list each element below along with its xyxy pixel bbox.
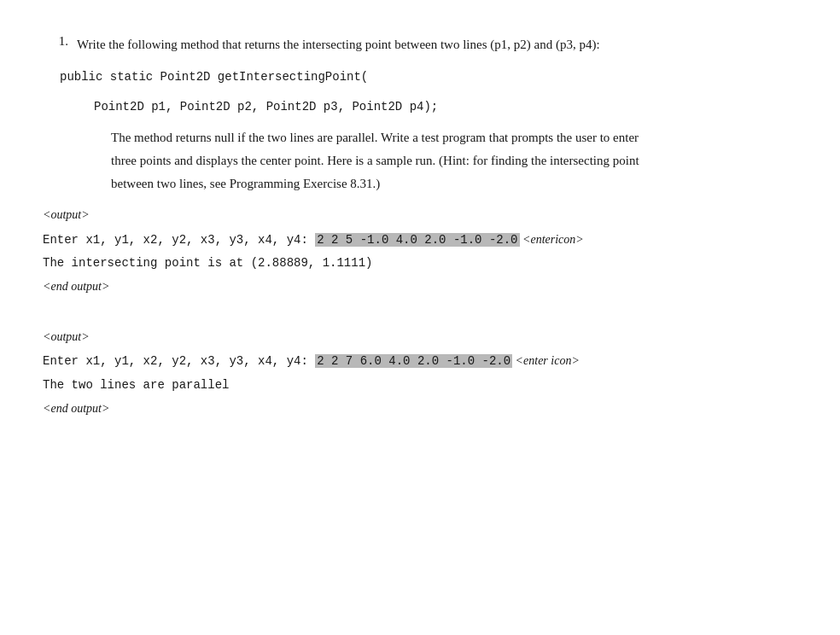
output1-enter-line: Enter x1, y1, x2, y2, x3, y3, x4, y4: 2 … (43, 229, 797, 251)
output1-open-tag-text: <output> (43, 208, 90, 221)
description-block: The method returns null if the two lines… (111, 126, 797, 195)
question-item: 1. Write the following method that retur… (43, 34, 797, 55)
desc-line3: between two lines, see Programming Exerc… (111, 172, 797, 195)
output2-enter-line: Enter x1, y1, x2, y2, x3, y3, x4, y4: 2 … (43, 350, 797, 372)
code-signature-line1: public static Point2D getIntersectingPoi… (60, 67, 797, 88)
output-section-2: <output> Enter x1, y1, x2, y2, x3, y3, x… (43, 326, 797, 420)
output2-enter-suffix: <enter icon> (512, 354, 580, 367)
output1-enter-highlight: 2 2 5 -1.0 4.0 2.0 -1.0 -2.0 (315, 233, 519, 247)
question-intro: Write the following method that returns … (77, 34, 797, 55)
output2-open-tag: <output> (43, 326, 797, 348)
output-section-1: <output> Enter x1, y1, x2, y2, x3, y3, x… (43, 204, 797, 298)
output2-open-tag-text: <output> (43, 330, 90, 343)
output1-close-tag: <end output> (43, 276, 797, 298)
output2-result: The two lines are parallel (43, 375, 797, 396)
output2-close-tag-text: <end output> (43, 402, 109, 415)
desc-line1: The method returns null if the two lines… (111, 126, 797, 149)
output2-enter-prefix: Enter x1, y1, x2, y2, x3, y3, x4, y4: (43, 354, 315, 368)
output1-enter-suffix: <enter (520, 233, 556, 246)
code-signature-line2: Point2D p1, Point2D p2, Point2D p3, Poin… (94, 96, 797, 118)
question-number: 1. (43, 34, 68, 55)
output2-close-tag: <end output> (43, 398, 797, 420)
output1-close-tag-text: <end output> (43, 280, 109, 293)
output1-open-tag: <output> (43, 204, 797, 226)
output1-result: The intersecting point is at (2.88889, 1… (43, 253, 797, 274)
output2-enter-highlight: 2 2 7 6.0 4.0 2.0 -1.0 -2.0 (315, 354, 512, 368)
desc-line2: three points and displays the center poi… (111, 149, 797, 172)
output1-enter-icon: icon> (555, 233, 584, 246)
output1-enter-prefix: Enter x1, y1, x2, y2, x3, y3, x4, y4: (43, 233, 315, 247)
